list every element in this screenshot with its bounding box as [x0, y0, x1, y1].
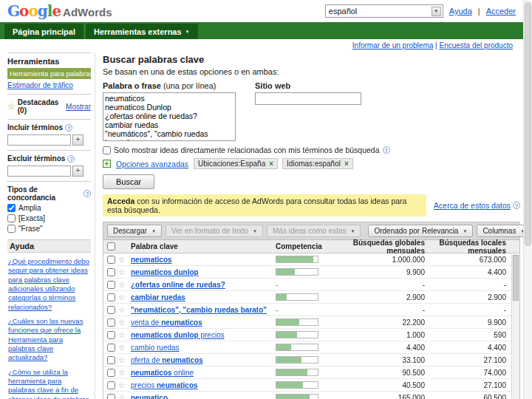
match-type-option[interactable]: [Exacta] [7, 214, 91, 222]
star-icon[interactable]: ☆ [118, 330, 131, 340]
competition-column-header[interactable]: Competencia [276, 242, 344, 250]
sign-in-link[interactable]: Acceder [486, 7, 516, 16]
keyword-link[interactable]: venta de neumaticos [131, 318, 276, 327]
main-nav: Página principal Herramientas externas ▼ [0, 22, 523, 39]
page-scrollbar-thumb[interactable] [525, 2, 531, 246]
keyword-text: precios [199, 331, 225, 339]
global-searches-column-header[interactable]: Búsquedas globales mensuales [344, 239, 431, 255]
show-starred-link[interactable]: Mostrar [66, 103, 91, 111]
view-as-text-button[interactable]: Ver en formato de texto▼ [166, 225, 263, 237]
row-checkbox[interactable] [107, 293, 115, 301]
row-checkbox[interactable] [107, 344, 115, 352]
star-icon[interactable]: ☆ [118, 255, 131, 265]
tab-external-label: Herramientas externas [94, 27, 182, 36]
star-icon[interactable]: ☆ [118, 355, 131, 365]
row-checkbox[interactable] [107, 356, 115, 364]
keyword-link[interactable]: neumaticos dunlop [131, 268, 276, 276]
row-checkbox[interactable] [107, 318, 115, 327]
advanced-options-link[interactable]: Opciones avanzadas [116, 160, 188, 168]
expand-plus-icon[interactable]: + [103, 160, 111, 168]
star-icon[interactable]: ☆ [118, 318, 131, 327]
related-only-checkbox[interactable] [103, 146, 111, 154]
about-data-link[interactable]: Acerca de estos datos ? [434, 201, 520, 210]
keyword-link[interactable]: precios neumaticos [131, 381, 276, 389]
row-checkbox[interactable] [107, 394, 115, 399]
tab-home[interactable]: Página principal [4, 24, 83, 39]
remove-filter-icon[interactable]: × [269, 160, 273, 168]
help-question-icon[interactable]: ? [83, 190, 91, 197]
help-question-icon[interactable]: ? [67, 155, 75, 163]
include-terms-input[interactable] [7, 134, 71, 146]
match-type-checkbox[interactable] [7, 214, 16, 222]
star-icon[interactable]: ☆ [118, 343, 131, 352]
table-row: ☆neumatico165.00060.500 [103, 392, 519, 399]
sidebar-item-traffic-estimator[interactable]: Estimador de tráfico [7, 81, 73, 89]
star-icon[interactable]: ☆ [118, 267, 131, 277]
exclude-terms-input[interactable] [7, 166, 71, 177]
keyword-link[interactable]: neumaticos dunlop precios [131, 331, 276, 339]
help-question-link[interactable]: ¿Cuáles son las nuevas funciones que ofr… [8, 317, 90, 363]
local-monthly-searches: 673.000 [431, 256, 519, 264]
keyword-column-header[interactable]: Palabra clave [131, 242, 276, 250]
row-checkbox[interactable] [107, 381, 115, 389]
tab-external-tools[interactable]: Herramientas externas ▼ [86, 24, 198, 39]
competition-bar [276, 344, 318, 351]
row-checkbox[interactable] [107, 331, 115, 339]
keyword-link[interactable]: neumatico [131, 394, 276, 399]
help-question-icon[interactable]: ? [383, 146, 390, 154]
star-icon[interactable]: ☆ [118, 305, 131, 315]
keyword-text: neumaticos [157, 381, 198, 389]
remove-filter-icon[interactable]: × [344, 160, 349, 168]
star-icon[interactable]: ☆ [118, 293, 131, 302]
more-like-these-button[interactable]: Más ideas como estas▼ [267, 225, 361, 237]
keyword-text: cambio ruedas [131, 344, 180, 352]
global-monthly-searches: 33.100 [344, 356, 431, 364]
row-checkbox[interactable] [107, 306, 115, 314]
local-searches-column-header[interactable]: Búsquedas locales mensuales [431, 239, 519, 255]
row-checkbox[interactable] [107, 256, 115, 264]
row-checkbox[interactable] [107, 369, 115, 377]
download-button[interactable]: Descargar▼ [107, 225, 162, 237]
table-row: ☆¿ofertas online de ruedas?--- [103, 279, 519, 291]
add-exclude-term-button[interactable]: + [72, 166, 83, 177]
sidebar-item-keyword-tool[interactable]: Herramienta para palabras clave [7, 68, 91, 79]
keyword-link[interactable]: ¿ofertas online de ruedas? [131, 281, 276, 289]
keyword-link[interactable]: "neumáticos", "cambio ruedas barato" [131, 306, 276, 314]
report-problem-link[interactable]: Informar de un problema [352, 41, 434, 50]
match-type-checkbox[interactable] [7, 204, 16, 212]
help-question-icon[interactable]: ? [65, 124, 72, 132]
website-input[interactable] [255, 92, 361, 105]
star-icon[interactable]: ☆ [118, 368, 131, 378]
star-icon[interactable]: ☆ [118, 280, 131, 290]
keyword-link[interactable]: cambio ruedas [131, 344, 276, 352]
row-checkbox[interactable] [107, 268, 115, 276]
chevron-down-icon[interactable]: ▼ [432, 7, 441, 16]
match-type-checkbox[interactable] [7, 225, 16, 233]
product-survey-link[interactable]: Encuesta del producto [439, 41, 513, 50]
keyword-link[interactable]: cambiar ruedas [131, 293, 276, 301]
language-select[interactable]: español ▼ [325, 4, 443, 18]
chevron-down-icon: ▼ [253, 229, 257, 233]
add-include-term-button[interactable]: + [72, 134, 83, 146]
global-monthly-searches: 22.200 [344, 318, 431, 327]
keyword-link[interactable]: neumaticos [131, 256, 276, 264]
table-scrollbar-thumb[interactable] [513, 255, 519, 301]
row-checkbox[interactable] [107, 281, 115, 289]
help-link[interactable]: Ayuda [449, 7, 472, 16]
keyword-link[interactable]: oferta de neumaticos [131, 356, 276, 364]
chevron-down-icon: ▼ [185, 30, 190, 34]
match-type-option[interactable]: Amplia [7, 204, 91, 212]
sorted-by-button[interactable]: Ordenado por Relevancia▼ [368, 225, 473, 237]
search-button[interactable]: Buscar [103, 174, 154, 189]
competition-bar [276, 369, 318, 376]
select-all-checkbox[interactable] [107, 242, 115, 250]
star-icon[interactable]: ☆ [118, 393, 131, 399]
help-question-link[interactable]: ¿Qué procedimiento debo seguir para obte… [8, 257, 90, 312]
local-monthly-searches: 4.400 [431, 344, 519, 352]
keywords-textarea[interactable] [103, 92, 236, 141]
star-icon[interactable]: ☆ [118, 381, 131, 390]
match-type-option[interactable]: "Frase" [7, 225, 91, 233]
keyword-link[interactable]: neumaticos online [131, 369, 276, 377]
google-logo-letter: o [28, 2, 37, 20]
help-question-link[interactable]: ¿Cómo se utiliza la herramienta para pal… [8, 368, 90, 399]
